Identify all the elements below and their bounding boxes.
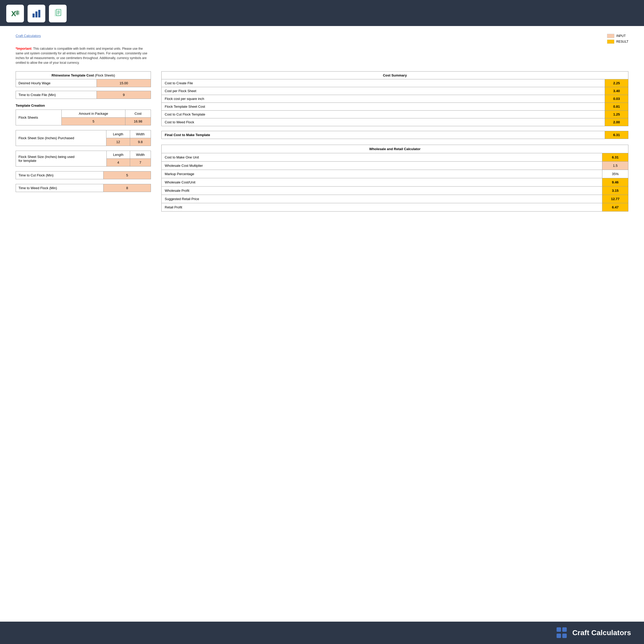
length-header2: Length: [107, 151, 130, 159]
logo-sq2: [562, 627, 567, 632]
width-header1: Width: [130, 130, 151, 138]
top-bar: X: [0, 0, 644, 26]
flock-template-cost-value: 0.81: [605, 103, 628, 111]
amount-header: Amount in Package: [62, 110, 125, 118]
svg-rect-9: [38, 10, 40, 17]
sheets-icon[interactable]: [49, 5, 67, 22]
flock-cost-sqin-label: Flock cost per square inch: [162, 95, 605, 103]
flock-width2[interactable]: 7: [130, 159, 151, 167]
logo-sq3: [557, 634, 561, 638]
cost-make-unit-value: 6.31: [602, 153, 628, 162]
time-create-label: Time to Create File (Min): [16, 91, 97, 99]
cost-cut-value: 1.25: [605, 111, 628, 118]
excel-icon[interactable]: X: [6, 5, 24, 22]
time-cut-label: Time to Cut Flock (Min): [16, 171, 104, 179]
flock-cost[interactable]: 16.98: [125, 118, 151, 125]
wholesale-profit-value: 3.15: [602, 187, 628, 195]
legend-input-row: INPUT: [607, 34, 628, 38]
width-header2: Width: [130, 151, 151, 159]
header-area: Craft Calculators INPUT RESULT: [16, 34, 628, 44]
result-swatch: [607, 40, 614, 44]
cost-weed-label: Cost to Weed Flock: [162, 118, 605, 126]
input-label: INPUT: [616, 34, 626, 38]
length-header1: Length: [106, 130, 130, 138]
important-note: *Important: This calculator is compatibl…: [16, 46, 151, 65]
legend-result-row: RESULT: [607, 40, 628, 44]
bottom-brand: Craft Calculators: [572, 629, 631, 637]
time-create-value[interactable]: 9: [97, 91, 151, 99]
time-weed-label: Time to Weed Flock (Min): [16, 184, 104, 192]
main-content: Craft Calculators INPUT RESULT *Importan…: [0, 26, 644, 622]
left-column: Rhinestone Template Cost (Flock Sheets) …: [16, 71, 151, 197]
flock-size2-label: Flock Sheet Size (Inches) being used for…: [16, 151, 107, 167]
markup-pct-label: Markup Percentage: [162, 170, 602, 178]
flock-amount[interactable]: 5: [62, 118, 125, 125]
cost-cut-label: Cost to Cut Flock Template: [162, 111, 605, 118]
retail-price-value: 12.77: [602, 195, 628, 203]
flock-length1[interactable]: 12: [106, 138, 130, 146]
bottom-bar: Craft Calculators: [0, 622, 644, 644]
input-swatch: [607, 34, 614, 38]
wholesale-multiplier-label: Wholesale Cost Multiplier: [162, 162, 602, 170]
chart-icon[interactable]: [28, 5, 45, 22]
flock-size-purchased-table: Flock Sheet Size (Inches) Purchased Leng…: [16, 130, 151, 146]
breadcrumb[interactable]: Craft Calculators: [16, 34, 41, 38]
cost-per-sheet-label: Cost per Flock Sheet: [162, 87, 605, 95]
flock-width1[interactable]: 9.8: [130, 138, 151, 146]
final-cost-value: 6.31: [605, 131, 628, 139]
cost-file-label: Cost to Create File: [162, 79, 605, 87]
template-creation-title: Template Creation: [16, 104, 151, 107]
final-cost-table: Final Cost to Make Template 6.31: [161, 131, 628, 139]
svg-text:X: X: [11, 10, 16, 18]
cost-header: Cost: [125, 110, 151, 118]
wholesale-table: Wholesale and Retail Calculator Cost to …: [161, 145, 628, 212]
cost-summary-title: Cost Summary: [162, 72, 628, 79]
main-title-table: Rhinestone Template Cost (Flock Sheets) …: [16, 71, 151, 99]
flock-size-template-table: Flock Sheet Size (Inches) being used for…: [16, 151, 151, 167]
result-label: RESULT: [616, 40, 628, 43]
time-weed-table: Time to Weed Flock (Min) 8: [16, 184, 151, 192]
svg-rect-12: [56, 9, 61, 16]
logo-sq1: [557, 627, 561, 632]
svg-rect-7: [33, 14, 35, 17]
flock-sheets-table: Flock Sheets Amount in Package Cost 5 16…: [16, 110, 151, 125]
cost-summary-table: Cost Summary Cost to Create File 2.25 Co…: [161, 71, 628, 126]
wholesale-unit-label: Wholesale Cost/Unit: [162, 178, 602, 187]
retail-profit-value: 6.47: [602, 203, 628, 212]
markup-pct-value: 35%: [602, 170, 628, 178]
retail-profit-label: Retail Profit: [162, 203, 602, 212]
time-cut-table: Time to Cut Flock (Min) 5: [16, 171, 151, 179]
final-cost-label: Final Cost to Make Template: [162, 131, 605, 139]
main-table-title: Rhinestone Template Cost (Flock Sheets): [16, 72, 151, 79]
flock-size1-label: Flock Sheet Size (Inches) Purchased: [16, 130, 106, 146]
time-weed-value[interactable]: 8: [104, 184, 151, 192]
svg-rect-8: [35, 11, 37, 17]
wholesale-title: Wholesale and Retail Calculator: [162, 145, 628, 153]
wholesale-unit-value: 9.46: [602, 178, 628, 187]
retail-price-label: Suggested Retail Price: [162, 195, 602, 203]
cost-file-value: 2.25: [605, 79, 628, 87]
cost-make-unit-label: Cost to Make One Unit: [162, 153, 602, 162]
flock-template-cost-label: Flock Template Sheet Cost: [162, 103, 605, 111]
important-text: This calculator is compatible with both …: [16, 47, 147, 65]
flock-length2[interactable]: 4: [107, 159, 130, 167]
two-col-layout: Rhinestone Template Cost (Flock Sheets) …: [16, 71, 628, 212]
bottom-logo-icon: [557, 627, 568, 638]
wholesale-multiplier-value[interactable]: 1.5: [602, 162, 628, 170]
wholesale-profit-label: Wholesale Profit: [162, 187, 602, 195]
important-prefix: *Important:: [16, 47, 32, 50]
hourly-wage-label: Desired Hourly Wage: [16, 79, 97, 87]
hourly-wage-value[interactable]: 15.00: [97, 79, 151, 87]
flock-cost-sqin-value: 0.03: [605, 95, 628, 103]
legend-block: INPUT RESULT: [607, 34, 628, 44]
logo-sq4: [562, 634, 567, 638]
cost-weed-value: 2.00: [605, 118, 628, 126]
flock-sheets-label: Flock Sheets: [16, 110, 62, 125]
right-column: Cost Summary Cost to Create File 2.25 Co…: [161, 71, 628, 212]
cost-per-sheet-value: 3.40: [605, 87, 628, 95]
time-cut-value[interactable]: 5: [104, 171, 151, 179]
